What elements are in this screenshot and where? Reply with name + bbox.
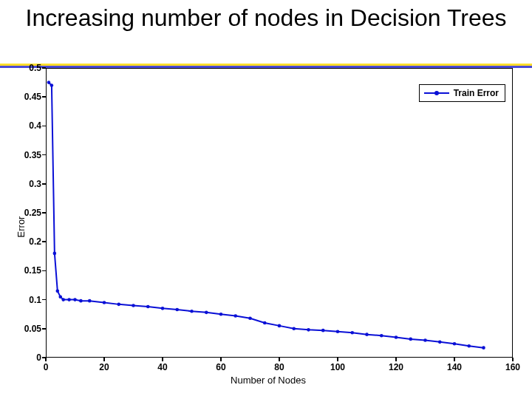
data-point <box>73 298 77 301</box>
data-point <box>233 314 237 318</box>
legend-label: Train Error <box>454 88 499 98</box>
x-tick-label: 20 <box>99 358 109 372</box>
y-tick-label: 0.05 <box>24 324 46 334</box>
y-tick-label: 0.25 <box>24 208 46 218</box>
data-point <box>263 321 267 325</box>
y-tick-label: 0.4 <box>29 120 46 131</box>
y-tick-label: 0.1 <box>29 295 46 305</box>
x-tick-label: 120 <box>389 358 403 372</box>
y-tick-label: 0.3 <box>29 179 46 189</box>
data-point <box>50 83 54 87</box>
data-point <box>278 324 282 328</box>
y-tick-label: 0.15 <box>24 265 46 276</box>
data-point <box>132 304 135 307</box>
data-point <box>175 308 179 312</box>
data-point <box>350 331 354 335</box>
y-tick-label: 0.5 <box>29 63 46 73</box>
data-point <box>161 307 165 310</box>
data-point <box>47 81 51 84</box>
y-tick-label: 0.45 <box>24 92 46 102</box>
y-tick-label: 0.2 <box>29 236 46 247</box>
data-point <box>423 338 427 342</box>
x-tick-label: 80 <box>274 358 284 372</box>
data-point <box>79 299 83 303</box>
data-point <box>307 328 310 332</box>
data-point <box>88 299 92 303</box>
x-tick-label: 100 <box>330 358 345 372</box>
chart: Error Number of Nodes 00.050.10.150.20.2… <box>13 68 523 386</box>
y-tick-label: 0.35 <box>24 150 46 160</box>
legend-swatch-icon <box>424 92 449 94</box>
data-point <box>146 305 150 309</box>
line-series <box>46 68 513 358</box>
slide-title: Increasing number of nodes in Decision T… <box>0 0 532 32</box>
data-point <box>219 313 223 316</box>
data-point <box>67 298 71 301</box>
data-point <box>453 342 457 346</box>
data-point <box>205 311 208 315</box>
data-point <box>103 301 106 304</box>
data-point <box>58 295 62 299</box>
data-point <box>395 335 398 339</box>
x-tick-label: 160 <box>505 358 520 372</box>
x-tick-label: 140 <box>447 358 462 372</box>
train-error-line <box>49 83 484 348</box>
data-point <box>248 316 252 320</box>
x-tick-label: 60 <box>216 358 225 372</box>
data-point <box>365 332 369 336</box>
x-tick-label: 0 <box>44 358 49 372</box>
legend: Train Error <box>419 84 505 102</box>
y-axis-label: Error <box>16 216 27 238</box>
data-point <box>190 310 194 313</box>
data-point <box>53 252 57 256</box>
data-point <box>409 338 412 341</box>
data-point <box>56 290 60 293</box>
data-point <box>117 303 120 307</box>
data-point <box>336 330 340 333</box>
plot-area: 00.050.10.150.20.250.30.350.40.450.5 020… <box>46 68 513 358</box>
slide: Increasing number of nodes in Decision T… <box>0 0 532 399</box>
data-point <box>438 341 442 344</box>
data-point <box>482 346 485 349</box>
data-point <box>292 327 296 331</box>
data-point <box>61 298 65 301</box>
x-tick-label: 40 <box>157 358 167 372</box>
x-axis-label: Number of Nodes <box>13 375 523 386</box>
data-point <box>321 329 325 332</box>
data-point <box>380 334 383 338</box>
data-point <box>467 344 471 348</box>
